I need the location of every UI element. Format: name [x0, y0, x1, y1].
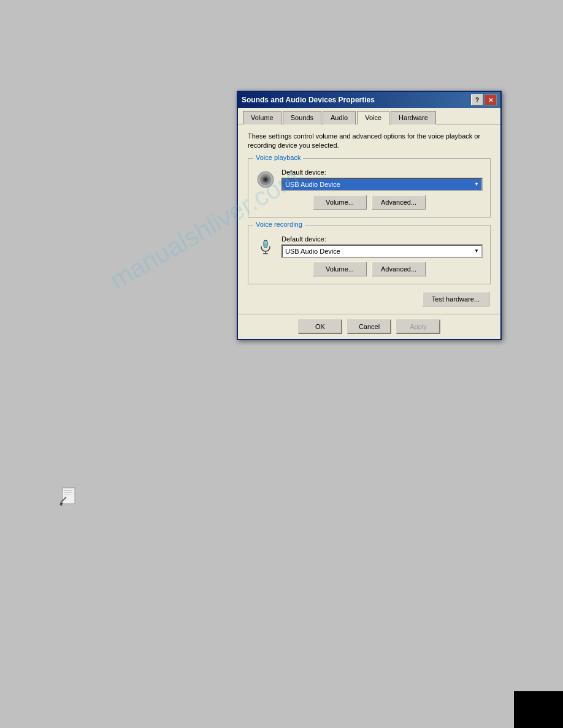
playback-device-dropdown[interactable]: USB Audio Device ▼ [282, 178, 483, 191]
document-icon [58, 484, 82, 509]
recording-device-dropdown[interactable]: USB Audio Device ▼ [282, 245, 483, 258]
svg-point-10 [264, 178, 267, 181]
dialog-title: Sounds and Audio Devices Properties [242, 96, 375, 104]
recording-default-label: Default device: [282, 235, 483, 243]
microphone-icon [256, 237, 275, 256]
playback-dropdown-row: USB Audio Device ▼ [282, 178, 483, 191]
playback-device-row: Default device: USB Audio Device ▼ [256, 169, 483, 191]
tab-hardware[interactable]: Hardware [391, 111, 436, 124]
ok-button[interactable]: OK [298, 319, 342, 334]
dialog-content: These settings control volume and advanc… [238, 124, 500, 314]
voice-recording-label: Voice recording [253, 221, 305, 228]
tab-audio[interactable]: Audio [323, 111, 356, 124]
test-hardware-row: Test hardware... [248, 292, 491, 306]
tab-volume[interactable]: Volume [243, 111, 282, 124]
test-hardware-button[interactable]: Test hardware... [422, 292, 489, 306]
tabs-row: Volume Sounds Audio Voice Hardware [238, 108, 500, 124]
apply-button: Apply [396, 319, 440, 334]
voice-recording-group: Voice recording Default device: [248, 225, 491, 284]
recording-device-row: Default device: USB Audio Device ▼ [256, 235, 483, 258]
svg-rect-2 [64, 492, 72, 493]
playback-default-label: Default device: [282, 169, 483, 176]
playback-button-row: Volume... Advanced... [256, 195, 483, 210]
voice-playback-group: Voice playback Default device: USB Audio [248, 158, 491, 218]
recording-dropdown-row: USB Audio Device ▼ [282, 245, 483, 258]
dialog-footer: OK Cancel Apply [238, 314, 500, 339]
recording-device-right: Default device: USB Audio Device ▼ [282, 235, 483, 258]
cancel-button[interactable]: Cancel [347, 319, 391, 334]
svg-rect-0 [63, 488, 75, 504]
playback-advanced-button[interactable]: Advanced... [372, 195, 426, 210]
sounds-audio-dialog: Sounds and Audio Devices Properties ? ✕ … [237, 91, 502, 340]
help-button[interactable]: ? [471, 94, 483, 105]
svg-rect-3 [64, 494, 70, 495]
description-text: These settings control volume and advanc… [248, 132, 491, 151]
recording-dropdown-arrow: ▼ [474, 248, 479, 254]
speaker-icon [256, 170, 275, 189]
tab-voice[interactable]: Voice [357, 111, 389, 124]
playback-volume-button[interactable]: Volume... [313, 195, 367, 210]
tab-sounds[interactable]: Sounds [283, 111, 321, 124]
svg-rect-11 [264, 240, 267, 248]
playback-device-right: Default device: USB Audio Device ▼ [282, 169, 483, 191]
svg-rect-1 [64, 490, 72, 491]
desktop-icon [50, 484, 90, 509]
recording-advanced-button[interactable]: Advanced... [372, 262, 426, 276]
close-button[interactable]: ✕ [484, 94, 497, 105]
title-bar: Sounds and Audio Devices Properties ? ✕ [238, 92, 500, 108]
recording-volume-button[interactable]: Volume... [313, 262, 367, 276]
title-bar-buttons: ? ✕ [471, 94, 497, 105]
black-corner [514, 691, 563, 728]
voice-playback-label: Voice playback [253, 154, 303, 161]
playback-dropdown-arrow: ▼ [474, 181, 479, 187]
svg-point-6 [61, 504, 63, 506]
recording-button-row: Volume... Advanced... [256, 262, 483, 276]
